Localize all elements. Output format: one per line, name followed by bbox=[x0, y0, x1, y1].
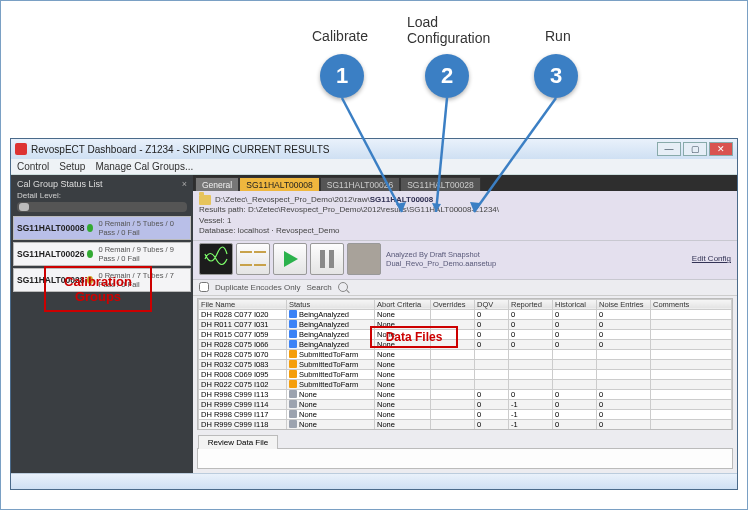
close-button[interactable]: ✕ bbox=[709, 142, 733, 156]
header-area: D:\Zetec\_Revospect_Pro_Demo\2012\raw\SG… bbox=[193, 191, 737, 241]
tab-sg11halt00028[interactable]: SG11HALT00028 bbox=[400, 177, 480, 191]
duplicate-encodes-label: Duplicate Encodes Only bbox=[215, 283, 300, 292]
analyzed-by-label: Analyzed By Draft Snapshot bbox=[386, 250, 496, 259]
menu-control[interactable]: Control bbox=[17, 161, 49, 172]
folder-icon[interactable] bbox=[199, 195, 211, 205]
column-header[interactable]: Overrides bbox=[431, 299, 475, 309]
column-header[interactable]: Historical bbox=[553, 299, 597, 309]
pause-button[interactable] bbox=[310, 243, 344, 275]
callout-run-label: Run bbox=[545, 28, 571, 44]
callout-badge-3: 3 bbox=[534, 54, 578, 98]
column-header[interactable]: File Name bbox=[199, 299, 287, 309]
column-header[interactable]: Comments bbox=[651, 299, 732, 309]
sidebar-title: Cal Group Status List × bbox=[13, 177, 191, 191]
table-row[interactable]: DH R998 C999 I117NoneNone0-100 bbox=[199, 409, 732, 419]
sidebar: Cal Group Status List × Detail Level: SG… bbox=[11, 175, 193, 473]
maximize-button[interactable]: ▢ bbox=[683, 142, 707, 156]
window-title: RevospECT Dashboard - Z1234 - SKIPPING C… bbox=[31, 144, 329, 155]
table-row[interactable]: DH R028 C075 I070SubmittedToFarmNone bbox=[199, 349, 732, 359]
calgroup-item[interactable]: SG11HALT000080 Remain / 5 Tubes / 0 Pass… bbox=[13, 216, 191, 240]
table-row[interactable]: DH R998 C999 I113NoneNone0000 bbox=[199, 389, 732, 399]
results-button[interactable] bbox=[347, 243, 381, 275]
table-row[interactable]: DH R028 C077 I020BeingAnalyzedNone0000 bbox=[199, 309, 732, 319]
table-row[interactable]: DH R032 C075 I083SubmittedToFarmNone bbox=[199, 359, 732, 369]
search-icon[interactable] bbox=[338, 282, 348, 292]
config-name-label: Dual_Revo_Pro_Demo.aansetup bbox=[386, 259, 496, 268]
search-label: Search bbox=[306, 283, 331, 292]
raw-path: D:\Zetec\_Revospect_Pro_Demo\2012\raw\SG… bbox=[215, 195, 433, 205]
annotation-calibration-groups: CalibrationGroups bbox=[44, 266, 152, 312]
sidebar-title-text: Cal Group Status List bbox=[17, 179, 103, 189]
menubar: Control Setup Manage Cal Groups... bbox=[11, 159, 737, 175]
table-row[interactable]: DH R011 C077 I031BeingAnalyzedNone0000 bbox=[199, 319, 732, 329]
table-row[interactable]: DH R999 C999 I118NoneNone0-100 bbox=[199, 419, 732, 429]
tabstrip: General SG11HALT00008 SG11HALT00026 SG11… bbox=[193, 175, 737, 191]
app-window: RevospECT Dashboard - Z1234 - SKIPPING C… bbox=[10, 138, 738, 490]
table-row[interactable]: DH R008 C069 I095SubmittedToFarmNone bbox=[199, 369, 732, 379]
menu-setup[interactable]: Setup bbox=[59, 161, 85, 172]
svg-marker-6 bbox=[284, 251, 298, 267]
column-header[interactable]: Noise Entries bbox=[597, 299, 651, 309]
minimize-button[interactable]: — bbox=[657, 142, 681, 156]
tab-general[interactable]: General bbox=[195, 177, 239, 191]
table-row[interactable]: DH R028 C075 I066BeingAnalyzedNone0000 bbox=[199, 339, 732, 349]
column-header[interactable]: DQV bbox=[475, 299, 509, 309]
callout-calibrate-label: Calibrate bbox=[312, 28, 368, 44]
table-row[interactable]: DH R999 C999 I114NoneNone0-100 bbox=[199, 399, 732, 409]
callout-badge-2: 2 bbox=[425, 54, 469, 98]
preview-pane: Review Data File bbox=[197, 448, 733, 469]
detail-level-slider[interactable] bbox=[17, 202, 187, 212]
tab-sg11halt00026[interactable]: SG11HALT00026 bbox=[320, 177, 400, 191]
load-config-button[interactable] bbox=[236, 243, 270, 275]
sidebar-close-icon[interactable]: × bbox=[182, 179, 187, 189]
main-area: General SG11HALT00008 SG11HALT00026 SG11… bbox=[193, 175, 737, 473]
annotation-data-files: Data Files bbox=[370, 326, 458, 348]
detail-level-label: Detail Level: bbox=[13, 191, 191, 202]
calgroup-item[interactable]: SG11HALT000260 Remain / 9 Tubes / 9 Pass… bbox=[13, 242, 191, 266]
edit-config-link[interactable]: Edit Config bbox=[692, 254, 731, 263]
column-header[interactable]: Abort Criteria bbox=[375, 299, 431, 309]
review-data-file-tab[interactable]: Review Data File bbox=[198, 435, 278, 449]
toolbar-caption: Analyzed By Draft Snapshot Dual_Revo_Pro… bbox=[386, 250, 496, 268]
calibrate-icon bbox=[203, 246, 229, 272]
annotation-layer: Calibrate LoadConfiguration Run 1 2 3 bbox=[0, 0, 750, 150]
filter-row: Duplicate Encodes Only Search bbox=[193, 280, 737, 296]
play-icon bbox=[279, 248, 301, 270]
vessel-label: Vessel: 1 bbox=[199, 216, 731, 226]
table-row[interactable]: DH R015 C077 I059BeingAnalyzedNone0000 bbox=[199, 329, 732, 339]
run-button[interactable] bbox=[273, 243, 307, 275]
data-files-grid[interactable]: File NameStatusAbort CriteriaOverridesDQ… bbox=[197, 298, 733, 430]
titlebar[interactable]: RevospECT Dashboard - Z1234 - SKIPPING C… bbox=[11, 139, 737, 159]
column-header[interactable]: Status bbox=[287, 299, 375, 309]
duplicate-encodes-checkbox[interactable] bbox=[199, 282, 209, 292]
tab-sg11halt00008[interactable]: SG11HALT00008 bbox=[239, 177, 319, 191]
callout-loadcfg-label: LoadConfiguration bbox=[407, 14, 490, 46]
calibrate-button[interactable] bbox=[199, 243, 233, 275]
column-header[interactable]: Reported bbox=[509, 299, 553, 309]
menu-manage-calgroups[interactable]: Manage Cal Groups... bbox=[95, 161, 193, 172]
results-path: Results path: D:\Zetec\Revospect_Pro_Dem… bbox=[199, 205, 731, 215]
statusbar bbox=[11, 473, 737, 489]
table-row[interactable]: DH R022 C075 I102SubmittedToFarmNone bbox=[199, 379, 732, 389]
callout-badge-1: 1 bbox=[320, 54, 364, 98]
table-row[interactable]: DH R998 C999 I119NoneNone0000 bbox=[199, 429, 732, 430]
database-label: Database: localhost · Revospect_Demo bbox=[199, 226, 731, 236]
toolbar: Analyzed By Draft Snapshot Dual_Revo_Pro… bbox=[193, 241, 737, 280]
app-icon bbox=[15, 143, 27, 155]
